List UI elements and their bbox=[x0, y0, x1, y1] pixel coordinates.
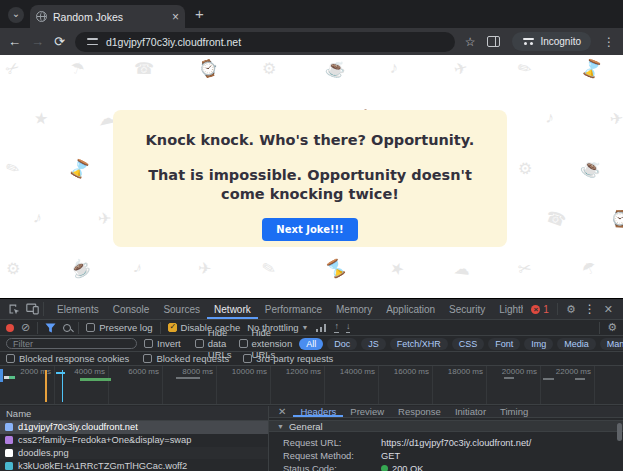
forward-icon[interactable]: → bbox=[31, 35, 44, 48]
reload-icon[interactable]: ⟳ bbox=[54, 35, 65, 48]
incognito-badge: Incognito bbox=[512, 32, 591, 51]
details-scrollbar-thumb[interactable] bbox=[617, 423, 622, 441]
devtools-tab-sources[interactable]: Sources bbox=[156, 299, 207, 319]
filter-pill-manifest[interactable]: Manifest bbox=[600, 338, 623, 350]
3rd-party-requests-checkbox[interactable]: 3rd-party requests bbox=[243, 353, 333, 364]
tab-strip: ⌄ Random Jokes × + bbox=[0, 0, 623, 28]
error-count: 1 bbox=[543, 304, 549, 315]
header-field-row: Request Method:GET bbox=[269, 449, 623, 462]
network-overview-timeline[interactable]: 2000 ms4000 ms6000 ms8000 ms10000 ms1200… bbox=[0, 366, 623, 405]
timeline-tick-label: 16000 ms bbox=[394, 367, 432, 376]
filter-pill-img[interactable]: Img bbox=[524, 338, 553, 350]
doodle-icon: ✂ bbox=[516, 258, 533, 279]
doodle-icon: ⌛ bbox=[323, 255, 350, 281]
request-row[interactable]: k3kUo8kEI-tA1RRcTZGmTlHGCac.woff2 bbox=[0, 459, 268, 471]
filter-input[interactable] bbox=[6, 338, 137, 349]
filter-pill-css[interactable]: CSS bbox=[452, 338, 485, 350]
timeline-tick-label: 20000 ms bbox=[502, 367, 540, 376]
new-tab-button[interactable]: + bbox=[195, 5, 204, 22]
blocked-filters-row: Blocked response cookiesBlocked requests… bbox=[0, 352, 623, 366]
doodle-icon: ☁ bbox=[453, 258, 471, 279]
details-tab-timing[interactable]: Timing bbox=[493, 406, 535, 417]
doodle-icon: ✈ bbox=[197, 259, 212, 279]
field-label: Request Method: bbox=[269, 451, 381, 461]
checkbox-icon bbox=[86, 323, 95, 332]
browser-menu-icon[interactable]: ⋮ bbox=[603, 35, 615, 49]
network-toolbar: ⊘ Preserve log Disable cache No throttli… bbox=[0, 320, 623, 336]
error-badge[interactable]: × 1 bbox=[531, 304, 549, 315]
devtools-menu-icon[interactable]: ⋮ bbox=[584, 302, 596, 316]
checkbox-checked-icon bbox=[168, 323, 177, 332]
timeline-gridline bbox=[108, 366, 109, 404]
network-settings-icon[interactable]: ⚙ bbox=[607, 321, 617, 334]
clear-network-icon[interactable]: ⊘ bbox=[21, 322, 30, 333]
chevron-down-icon: ▼ bbox=[301, 324, 308, 331]
filter-pill-fetch-xhr[interactable]: Fetch/XHR bbox=[390, 338, 448, 350]
record-network-icon[interactable] bbox=[6, 324, 14, 332]
details-tab-initiator[interactable]: Initiator bbox=[448, 406, 493, 417]
filter-pill-media[interactable]: Media bbox=[557, 338, 596, 350]
globe-icon bbox=[36, 11, 47, 22]
timeline-gridline bbox=[540, 366, 541, 404]
timeline-tick-label: 8000 ms bbox=[182, 367, 216, 376]
devtools-close-icon[interactable]: ✕ bbox=[604, 303, 613, 316]
filter-icon[interactable] bbox=[45, 323, 56, 333]
search-network-icon[interactable] bbox=[63, 324, 71, 332]
tab-search-button[interactable]: ⌄ bbox=[8, 7, 24, 23]
address-bar[interactable]: d1gvjpyf70c3iy.cloudfront.net bbox=[75, 32, 455, 52]
filter-pill-font[interactable]: Font bbox=[488, 338, 520, 350]
field-value: 200 OK bbox=[381, 464, 424, 471]
timeline-waterfall-bar bbox=[543, 378, 554, 380]
devtools-panel: ElementsConsoleSourcesNetworkPerformance… bbox=[0, 298, 623, 471]
general-section-header[interactable]: ▼ General bbox=[269, 420, 623, 432]
devtools-tab-lighthouse[interactable]: Lighthouse bbox=[492, 299, 523, 319]
tab-close-icon[interactable]: × bbox=[172, 11, 179, 23]
request-row[interactable]: css2?family=Fredoka+One&display=swap bbox=[0, 434, 268, 447]
devtools-tab-elements[interactable]: Elements bbox=[50, 299, 106, 319]
next-joke-button[interactable]: Next Joke!!! bbox=[262, 218, 357, 241]
timeline-gridline bbox=[270, 366, 271, 404]
devtools-tab-security[interactable]: Security bbox=[442, 299, 492, 319]
close-details-icon[interactable]: ✕ bbox=[273, 406, 291, 417]
blocked-requests-checkbox[interactable]: Blocked requests bbox=[143, 353, 229, 364]
filter-pill-doc[interactable]: Doc bbox=[327, 338, 357, 350]
devtools-tab-console[interactable]: Console bbox=[106, 299, 157, 319]
request-row[interactable]: doodles.png bbox=[0, 447, 268, 460]
field-value: GET bbox=[381, 451, 400, 461]
details-tab-preview[interactable]: Preview bbox=[343, 406, 391, 417]
device-toolbar-icon[interactable] bbox=[26, 303, 39, 315]
bookmark-icon[interactable]: ☆ bbox=[465, 35, 476, 49]
devtools-tab-performance[interactable]: Performance bbox=[258, 299, 329, 319]
request-list: Name d1gvjpyf70c3iy.cloudfront.netcss2?f… bbox=[0, 406, 269, 471]
site-settings-icon[interactable] bbox=[87, 37, 98, 46]
request-name: d1gvjpyf70c3iy.cloudfront.net bbox=[18, 422, 138, 432]
joke-punchline: That is impossible. Opportunity doesn't … bbox=[131, 166, 489, 204]
details-tab-response[interactable]: Response bbox=[391, 406, 448, 417]
browser-tab[interactable]: Random Jokes × bbox=[30, 5, 185, 28]
doodle-icon: ☂ bbox=[578, 257, 600, 281]
devtools-settings-icon[interactable]: ⚙ bbox=[566, 303, 576, 316]
filter-pill-js[interactable]: JS bbox=[361, 338, 386, 350]
timeline-gridline bbox=[594, 366, 595, 404]
export-har-icon[interactable]: ↓ bbox=[346, 322, 351, 333]
details-tab-headers[interactable]: Headers bbox=[293, 406, 343, 417]
inspect-element-icon[interactable] bbox=[8, 303, 20, 315]
preserve-log-checkbox[interactable]: Preserve log bbox=[86, 322, 152, 333]
doodle-icon: ⚙ bbox=[258, 57, 280, 81]
filter-pill-all[interactable]: All bbox=[299, 338, 323, 350]
name-column-header[interactable]: Name bbox=[0, 406, 268, 421]
blocked-response-cookies-checkbox[interactable]: Blocked response cookies bbox=[6, 353, 129, 364]
back-icon[interactable]: ← bbox=[8, 35, 21, 48]
invert-checkbox[interactable]: Invert bbox=[144, 338, 181, 349]
devtools-tab-memory[interactable]: Memory bbox=[329, 299, 379, 319]
timeline-tick-label: 22000 ms bbox=[556, 367, 594, 376]
header-field-row: Request URL:https://d1gvjpyf70c3iy.cloud… bbox=[269, 436, 623, 449]
devtools-tab-network[interactable]: Network bbox=[207, 299, 258, 319]
side-panel-icon[interactable] bbox=[487, 36, 500, 47]
devtools-tab-application[interactable]: Application bbox=[379, 299, 442, 319]
network-conditions-icon[interactable] bbox=[315, 323, 327, 332]
import-har-icon[interactable]: ↑ bbox=[334, 322, 339, 333]
field-value: https://d1gvjpyf70c3iy.cloudfront.net/ bbox=[381, 438, 531, 448]
request-row[interactable]: d1gvjpyf70c3iy.cloudfront.net bbox=[0, 421, 268, 434]
timeline-waterfall-bar bbox=[80, 378, 111, 381]
